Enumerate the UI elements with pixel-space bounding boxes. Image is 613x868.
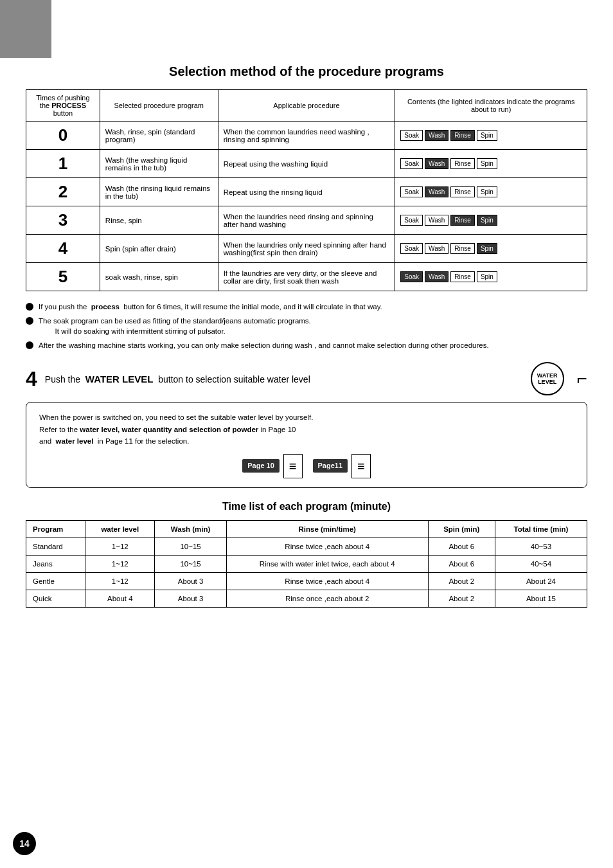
procedure-row-1-applicable: Repeat using the washing liquid bbox=[218, 150, 395, 178]
procedure-row-5-applicable: If the laundries are very dirty, or the … bbox=[218, 263, 395, 291]
indicator-rinse: Rinse bbox=[450, 243, 475, 254]
indicator-spin: Spin bbox=[477, 215, 497, 226]
page-10-label: Page 10 bbox=[242, 459, 280, 473]
top-gray-decoration bbox=[0, 0, 51, 58]
procedure-row-0-applicable: When the common laundries need washing ,… bbox=[218, 122, 395, 150]
time-header-0: Program bbox=[26, 520, 85, 538]
indicator-spin: Spin bbox=[477, 243, 497, 254]
indicator-soak: Soak bbox=[400, 186, 423, 197]
procedure-row-3-selected: Rinse, spin bbox=[100, 206, 218, 235]
procedure-row-1-selected: Wash (the washing liquid remains in the … bbox=[100, 150, 218, 178]
time-cell-2-5: About 24 bbox=[495, 572, 587, 590]
procedure-row-1-indicators: SoakWashRinseSpin bbox=[395, 150, 587, 178]
time-cell-3-1: About 4 bbox=[85, 590, 155, 607]
indicator-wash: Wash bbox=[425, 271, 449, 282]
bullet-item-1: The soak program can be used as fitting … bbox=[26, 316, 587, 336]
page-10-icon: ≡ bbox=[283, 454, 303, 478]
water-level-arrow-icon: ⌐ bbox=[577, 368, 587, 389]
indicator-wash: Wash bbox=[425, 130, 449, 141]
time-section-title: Time list of each program (minute) bbox=[26, 501, 587, 512]
time-cell-2-4: About 2 bbox=[428, 572, 495, 590]
time-cell-1-4: About 6 bbox=[428, 555, 495, 572]
table-header-contents: Contents (the lighted indicators indicat… bbox=[395, 90, 587, 122]
bullet-text-1: The soak program can be used as fitting … bbox=[39, 316, 311, 336]
procedure-row-4-applicable: When the laundries only need spinning af… bbox=[218, 235, 395, 263]
water-level-icon-line2: LEVEL bbox=[538, 379, 556, 386]
info-line1: When the power is switched on, you need … bbox=[39, 411, 574, 423]
procedure-row-5-indicators: SoakWashRinseSpin bbox=[395, 263, 587, 291]
procedure-row-4-indicators: SoakWashRinseSpin bbox=[395, 235, 587, 263]
step4-text: Push the WATER LEVEL button to selection… bbox=[45, 374, 523, 384]
time-cell-3-3: Rinse once ,each about 2 bbox=[226, 590, 428, 607]
time-cell-0-5: 40~53 bbox=[495, 538, 587, 555]
indicator-soak: Soak bbox=[400, 130, 423, 141]
bullet-list: If you push the process button for 6 tim… bbox=[26, 302, 587, 350]
time-table: Programwater levelWash (min)Rinse (min/t… bbox=[26, 520, 587, 608]
water-level-icon: WATER LEVEL bbox=[531, 362, 564, 395]
procedure-row-5-selected: soak wash, rinse, spin bbox=[100, 263, 218, 291]
indicator-rinse: Rinse bbox=[450, 130, 475, 141]
page-refs: Page 10 ≡ Page11 ≡ bbox=[39, 454, 574, 478]
indicator-rinse: Rinse bbox=[450, 158, 475, 169]
bullet-text-0: If you push the process button for 6 tim… bbox=[39, 302, 382, 312]
time-cell-2-2: About 3 bbox=[155, 572, 227, 590]
page-ref-11: Page11 ≡ bbox=[313, 454, 371, 478]
indicator-wash: Wash bbox=[425, 158, 449, 169]
time-cell-0-3: Rinse twice ,each about 4 bbox=[226, 538, 428, 555]
indicator-spin: Spin bbox=[477, 130, 497, 141]
indicator-rinse: Rinse bbox=[450, 215, 475, 226]
indicator-soak: Soak bbox=[400, 215, 423, 226]
time-cell-3-2: About 3 bbox=[155, 590, 227, 607]
indicator-spin: Spin bbox=[477, 158, 497, 169]
time-cell-0-0: Standard bbox=[26, 538, 85, 555]
step4-number: 4 bbox=[26, 367, 37, 391]
bullet-text-2: After the washing machine starts working… bbox=[39, 340, 489, 350]
indicator-wash: Wash bbox=[425, 186, 449, 197]
procedure-row-4-number: 4 bbox=[26, 235, 100, 263]
time-header-5: Total time (min) bbox=[495, 520, 587, 538]
time-cell-1-3: Rinse with water inlet twice, each about… bbox=[226, 555, 428, 572]
time-cell-1-0: Jeans bbox=[26, 555, 85, 572]
indicator-wash: Wash bbox=[425, 243, 449, 254]
step4-section: 4 Push the WATER LEVEL button to selecti… bbox=[26, 362, 587, 395]
step4-bold: WATER LEVEL bbox=[85, 374, 154, 384]
indicator-soak: Soak bbox=[400, 271, 423, 282]
table-header-times: Times of pushing the PROCESS button bbox=[26, 90, 100, 122]
procedure-row-3-applicable: When the laundries need rinsing and spin… bbox=[218, 206, 395, 235]
time-cell-0-2: 10~15 bbox=[155, 538, 227, 555]
time-header-1: water level bbox=[85, 520, 155, 538]
indicator-rinse: Rinse bbox=[450, 186, 475, 197]
procedure-row-0-indicators: SoakWashRinseSpin bbox=[395, 122, 587, 150]
procedure-row-3-indicators: SoakWashRinseSpin bbox=[395, 206, 587, 235]
time-cell-2-3: Rinse twice ,each about 4 bbox=[226, 572, 428, 590]
time-cell-3-5: About 15 bbox=[495, 590, 587, 607]
time-cell-2-1: 1~12 bbox=[85, 572, 155, 590]
procedure-row-2-applicable: Repeat using the rinsing liquid bbox=[218, 178, 395, 206]
indicator-soak: Soak bbox=[400, 158, 423, 169]
bullet-item-2: After the washing machine starts working… bbox=[26, 340, 587, 350]
procedure-row-2-selected: Wash (the rinsing liquid remains in the … bbox=[100, 178, 218, 206]
time-cell-1-5: 40~54 bbox=[495, 555, 587, 572]
procedure-row-2-number: 2 bbox=[26, 178, 100, 206]
time-header-3: Rinse (min/time) bbox=[226, 520, 428, 538]
indicator-rinse: Rinse bbox=[450, 271, 475, 282]
page-number: 14 bbox=[13, 832, 36, 855]
page-ref-10: Page 10 ≡ bbox=[242, 454, 302, 478]
info-box: When the power is switched on, you need … bbox=[26, 402, 587, 487]
info-line2: Refer to the water level, water quantity… bbox=[39, 424, 574, 435]
time-cell-1-1: 1~12 bbox=[85, 555, 155, 572]
time-header-4: Spin (min) bbox=[428, 520, 495, 538]
procedure-row-4-selected: Spin (spin after drain) bbox=[100, 235, 218, 263]
table-header-applicable: Applicable procedure bbox=[218, 90, 395, 122]
bullet-dot bbox=[26, 317, 33, 325]
bullet-dot bbox=[26, 303, 33, 311]
time-cell-0-1: 1~12 bbox=[85, 538, 155, 555]
indicator-spin: Spin bbox=[477, 186, 497, 197]
info-line3: and water level in Page 11 for the selec… bbox=[39, 435, 574, 447]
procedure-row-0-selected: Wash, rinse, spin (standard program) bbox=[100, 122, 218, 150]
procedure-row-1-number: 1 bbox=[26, 150, 100, 178]
procedure-row-5-number: 5 bbox=[26, 263, 100, 291]
indicator-soak: Soak bbox=[400, 243, 423, 254]
indicator-spin: Spin bbox=[477, 271, 497, 282]
table-header-selected: Selected procedure program bbox=[100, 90, 218, 122]
